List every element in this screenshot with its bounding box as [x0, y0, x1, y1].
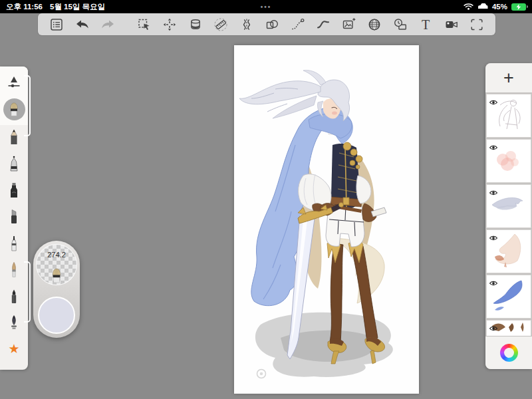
fullscreen-button[interactable]: [467, 15, 487, 35]
guides-ruler-button[interactable]: [211, 15, 231, 35]
flat-brush-icon: [8, 101, 20, 117]
brush-size-slider-button[interactable]: [0, 70, 28, 94]
stroke-smooth-button[interactable]: [313, 15, 333, 35]
selection-tool-button[interactable]: [134, 15, 154, 35]
layer-color-area: [485, 336, 532, 369]
brush-item-nib-pen[interactable]: [0, 310, 28, 336]
brush-item-flat-brush-selected[interactable]: [0, 94, 28, 124]
camera-icon: [444, 17, 459, 32]
stroke-smooth-icon: [316, 17, 331, 32]
brush-item-paintbrush[interactable]: [0, 257, 28, 283]
shapes-icon: [265, 17, 279, 32]
layer-visibility-eye-icon[interactable]: [489, 323, 498, 334]
symmetry-tool-button[interactable]: [237, 15, 257, 35]
transform-tool-button[interactable]: [160, 15, 180, 35]
text-tool-icon: T: [422, 18, 430, 31]
brush-size-value: 274.2: [37, 251, 76, 259]
brush-item-technical-pen[interactable]: [0, 230, 28, 257]
pencil-icon: [6, 128, 22, 146]
brush-item-felt-pen[interactable]: [0, 283, 28, 310]
current-color-puck[interactable]: [38, 297, 75, 334]
airbrush-icon: [6, 154, 22, 173]
brush-favorites-button[interactable]: ★: [0, 336, 28, 361]
brush-panel: ★: [0, 66, 28, 370]
fullscreen-icon: [469, 17, 484, 32]
chisel-marker-icon: [6, 207, 22, 226]
nib-pen-icon: [6, 314, 22, 332]
felt-pen-icon: [6, 287, 22, 306]
layer-item-sketch[interactable]: [486, 94, 531, 138]
text-tool-button[interactable]: T: [416, 15, 436, 35]
redo-icon: [100, 17, 116, 32]
layers-panel: +: [485, 63, 532, 369]
brush-item-ink-bottle[interactable]: [0, 177, 28, 203]
technical-pen-icon: [6, 234, 22, 253]
import-image-icon: [342, 17, 356, 32]
layer-item-blush[interactable]: [486, 139, 531, 183]
camera-button[interactable]: [442, 15, 462, 35]
main-toolbar: T: [38, 13, 495, 35]
brush-color-puck[interactable]: 274.2: [33, 241, 80, 338]
drawing-canvas[interactable]: [234, 45, 419, 394]
import-image-button[interactable]: [339, 15, 359, 35]
selected-brush-circle: [3, 98, 25, 120]
artwork-character-painting: [234, 45, 419, 394]
brush-item-chisel-marker[interactable]: [0, 203, 28, 230]
brush-item-airbrush[interactable]: [0, 150, 28, 177]
layer-item-hair[interactable]: [486, 184, 531, 228]
predictive-stroke-button[interactable]: [288, 15, 308, 35]
ruler-icon: [213, 17, 228, 32]
perspective-tool-button[interactable]: [364, 15, 384, 35]
status-bar: 오후 11:56 5월 15일 목요일 ••• 45%: [0, 0, 532, 13]
fill-icon: [188, 17, 203, 32]
selection-icon: [137, 17, 152, 32]
ink-bottle-icon: [6, 181, 22, 200]
shapes-tool-button[interactable]: [262, 15, 282, 35]
color-wheel-button[interactable]: [500, 344, 518, 362]
paintbrush-icon: [6, 261, 22, 279]
redo-button[interactable]: [98, 15, 118, 35]
current-brush-icon: [50, 267, 63, 285]
layer-item-blue-cape[interactable]: [486, 275, 531, 319]
battery-charging-icon: [511, 3, 526, 11]
multitask-dots-icon: •••: [0, 3, 532, 11]
predictive-stroke-icon: [291, 17, 305, 32]
layer-visibility-eye-icon[interactable]: [489, 96, 498, 108]
menu-button[interactable]: [47, 15, 66, 35]
favorites-star-icon: ★: [8, 342, 19, 355]
layer-item-cream-cape[interactable]: [486, 229, 531, 273]
brush-size-puck[interactable]: 274.2: [36, 244, 77, 285]
layer-visibility-eye-icon[interactable]: [489, 277, 498, 289]
undo-icon: [74, 17, 90, 32]
layer-visibility-eye-icon[interactable]: [489, 187, 498, 199]
layer-visibility-eye-icon[interactable]: [489, 142, 498, 154]
layer-visibility-eye-icon[interactable]: [489, 232, 498, 244]
app-screen: 오후 11:56 5월 15일 목요일 ••• 45%: [0, 0, 532, 399]
fill-tool-button[interactable]: [186, 15, 205, 35]
menu-icon: [49, 17, 64, 32]
add-layer-button[interactable]: +: [485, 63, 532, 92]
symmetry-icon: [239, 17, 254, 32]
brush-item-pencil[interactable]: [0, 124, 28, 150]
perspective-icon: [367, 17, 382, 32]
brush-size-icon: [6, 74, 22, 91]
undo-button[interactable]: [72, 15, 92, 35]
time-lapse-icon: [393, 17, 408, 32]
time-lapse-button[interactable]: [390, 15, 410, 35]
transform-icon: [162, 17, 177, 32]
